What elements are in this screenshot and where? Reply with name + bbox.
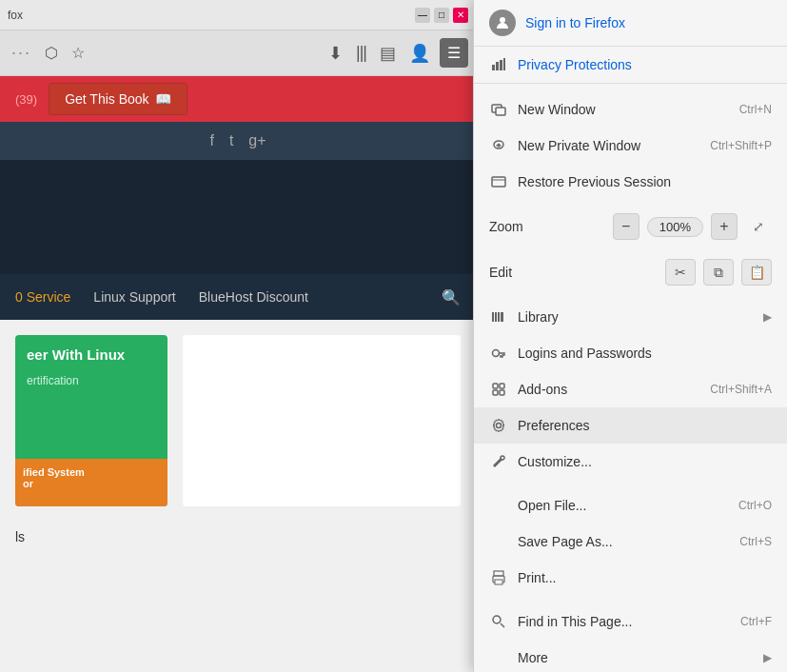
- restore-session-label: Restore Previous Session: [518, 174, 772, 189]
- facebook-icon[interactable]: f: [209, 132, 213, 149]
- sign-in-item[interactable]: Sign in to Firefox: [474, 0, 787, 47]
- library-menu-icon: [489, 307, 508, 326]
- new-window-shortcut: Ctrl+N: [739, 103, 772, 116]
- zoom-fullscreen-button[interactable]: ⤢: [745, 213, 772, 240]
- copy-button[interactable]: ⧉: [703, 259, 734, 286]
- nav-item-linux[interactable]: Linux Support: [93, 289, 175, 305]
- copy-icon: ⧉: [714, 265, 723, 281]
- preferences-item[interactable]: Preferences: [474, 407, 787, 444]
- zoom-out-button[interactable]: −: [613, 213, 639, 240]
- download-icon: ⬇: [328, 43, 343, 64]
- close-button[interactable]: ✕: [453, 8, 468, 23]
- library-menu-label: Library: [518, 309, 754, 325]
- social-bar: f t g+: [0, 122, 476, 160]
- svg-rect-18: [493, 390, 498, 395]
- addons-item[interactable]: Add-ons Ctrl+Shift+A: [474, 371, 787, 407]
- print-item[interactable]: Print...: [474, 560, 787, 596]
- open-file-item[interactable]: Open File... Ctrl+O: [474, 487, 787, 524]
- hero-section: [0, 160, 476, 274]
- find-item[interactable]: Find in This Page... Ctrl+F: [474, 603, 787, 640]
- new-window-item[interactable]: New Window Ctrl+N: [474, 91, 787, 128]
- svg-rect-2: [496, 62, 499, 70]
- paste-icon: 📋: [749, 265, 765, 280]
- restore-session-item[interactable]: Restore Previous Session: [474, 164, 787, 200]
- pocket-button[interactable]: ⬡: [41, 40, 62, 66]
- zoom-in-button[interactable]: +: [711, 213, 738, 240]
- logins-item[interactable]: Logins and Passwords: [474, 335, 787, 371]
- svg-point-21: [501, 456, 504, 460]
- maximize-button[interactable]: □: [434, 8, 449, 23]
- open-file-icon: [489, 496, 508, 515]
- sign-in-label: Sign in to Firefox: [525, 15, 625, 30]
- save-page-label: Save Page As...: [518, 534, 730, 549]
- book-orange-section: ified Systemor: [15, 459, 167, 506]
- more-arrow-icon: ▶: [763, 651, 772, 664]
- library-button[interactable]: |||: [352, 39, 370, 67]
- private-window-item[interactable]: New Private Window Ctrl+Shift+P: [474, 128, 787, 164]
- book-title: eer With Linux: [15, 335, 167, 374]
- download-button[interactable]: ⬇: [325, 39, 346, 68]
- new-window-icon: [489, 100, 508, 119]
- svg-point-0: [500, 17, 505, 23]
- logins-label: Logins and Passwords: [518, 346, 772, 361]
- library-item[interactable]: Library ▶: [474, 299, 787, 335]
- svg-point-25: [493, 616, 501, 623]
- find-shortcut: Ctrl+F: [740, 615, 772, 628]
- print-label: Print...: [518, 570, 772, 585]
- paint-icon: [489, 452, 508, 471]
- more-button[interactable]: ···: [8, 39, 35, 67]
- find-icon: [489, 612, 508, 631]
- reader-button[interactable]: ▤: [376, 39, 400, 68]
- open-file-shortcut: Ctrl+O: [738, 499, 772, 512]
- account-button[interactable]: 👤: [405, 39, 434, 68]
- more-item[interactable]: More ▶: [474, 640, 787, 672]
- hamburger-icon: ☰: [447, 44, 461, 62]
- svg-rect-6: [496, 108, 505, 115]
- get-book-button[interactable]: Get This Book 📖: [49, 83, 187, 115]
- library-icon: |||: [356, 43, 366, 63]
- edit-control: Edit ✂ ⧉ 📋: [474, 253, 787, 291]
- puzzle-icon: [489, 380, 508, 399]
- more-icon: [489, 648, 508, 667]
- site-header: (39) Get This Book 📖: [0, 76, 476, 122]
- cut-button[interactable]: ✂: [665, 259, 696, 286]
- hamburger-button[interactable]: ☰: [440, 38, 468, 68]
- minimize-button[interactable]: —: [415, 8, 430, 23]
- svg-rect-13: [498, 312, 500, 322]
- pocket-icon: ⬡: [45, 44, 58, 62]
- googleplus-icon[interactable]: g+: [248, 132, 266, 149]
- save-page-shortcut: Ctrl+S: [739, 535, 772, 548]
- book-icon: 📖: [155, 91, 171, 107]
- svg-line-26: [501, 623, 504, 627]
- privacy-item[interactable]: Privacy Protections: [474, 47, 787, 84]
- nav-item-service[interactable]: 0 Service: [15, 289, 70, 305]
- twitter-icon[interactable]: t: [229, 132, 233, 149]
- print-icon: [489, 568, 508, 587]
- nav-item-bluehost[interactable]: BlueHost Discount: [199, 289, 308, 305]
- svg-rect-11: [492, 312, 494, 322]
- nav-bar: 0 Service Linux Support BlueHost Discoun…: [0, 274, 476, 320]
- zoom-label: Zoom: [489, 219, 605, 234]
- preferences-label: Preferences: [518, 418, 772, 433]
- svg-rect-4: [503, 58, 505, 70]
- bookmark-button[interactable]: ☆: [68, 40, 89, 66]
- get-book-label: Get This Book: [65, 91, 148, 107]
- edit-label: Edit: [489, 265, 658, 280]
- title-bar: fox — □ ✕: [0, 0, 476, 30]
- svg-rect-22: [494, 571, 503, 576]
- account-icon: 👤: [409, 43, 430, 64]
- customize-label: Customize...: [518, 454, 772, 469]
- reader-icon: ▤: [380, 43, 396, 64]
- zoom-control: Zoom − 100% + ⤢: [474, 208, 787, 246]
- library-arrow-icon: ▶: [763, 310, 772, 324]
- restore-icon: [489, 172, 508, 191]
- search-icon[interactable]: 🔍: [442, 288, 461, 306]
- zoom-value: 100%: [647, 217, 703, 237]
- svg-rect-17: [500, 384, 504, 388]
- paste-button[interactable]: 📋: [741, 259, 772, 286]
- key-icon: [489, 344, 508, 363]
- save-page-item[interactable]: Save Page As... Ctrl+S: [474, 524, 787, 560]
- addons-label: Add-ons: [518, 382, 700, 397]
- save-page-icon: [489, 532, 508, 551]
- customize-item[interactable]: Customize...: [474, 444, 787, 480]
